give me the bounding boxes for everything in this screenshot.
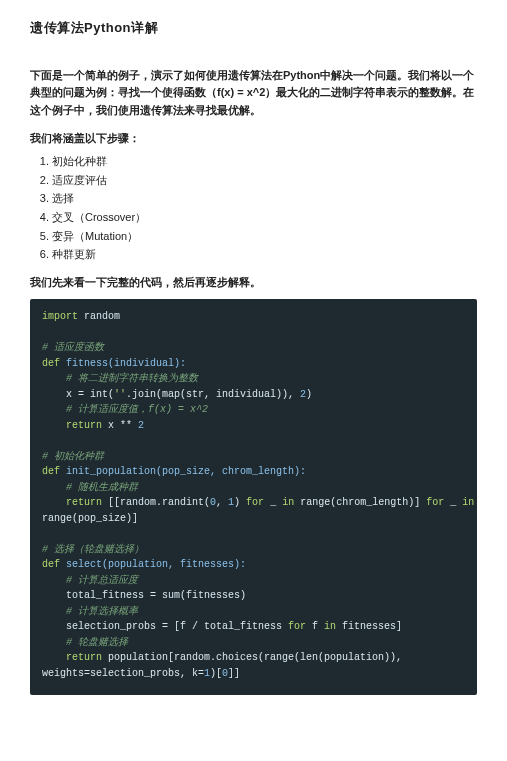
- code-token: ): [306, 389, 312, 400]
- code-token: x = int(: [42, 389, 114, 400]
- steps-lead: 我们将涵盖以下步骤：: [30, 130, 477, 148]
- code-token: 2: [138, 420, 144, 431]
- code-token: ,: [216, 497, 228, 508]
- list-item: 交叉（Crossover）: [52, 209, 477, 227]
- code-token: for: [246, 497, 264, 508]
- code-token: x **: [102, 420, 138, 431]
- code-token: in: [282, 497, 294, 508]
- code-token: _: [264, 497, 282, 508]
- code-token: fitnesses]: [336, 621, 402, 632]
- code-token: .join(map(str, individual)),: [126, 389, 300, 400]
- code-token: for: [288, 621, 306, 632]
- code-comment: # 选择（轮盘赌选择）: [42, 544, 144, 555]
- code-token: def: [42, 559, 60, 570]
- code-token: population[random.choices(range(len(popu…: [102, 652, 402, 663]
- intro-paragraph: 下面是一个简单的例子，演示了如何使用遗传算法在Python中解决一个问题。我们将…: [30, 67, 477, 120]
- code-token: total_fitness = sum(fitnesses): [42, 590, 246, 601]
- code-token: init_population(pop_size, chrom_length):: [60, 466, 306, 477]
- code-token: _: [444, 497, 462, 508]
- code-token: ): [234, 497, 246, 508]
- code-comment: # 将二进制字符串转换为整数: [42, 373, 198, 384]
- precode-paragraph: 我们先来看一下完整的代码，然后再逐步解释。: [30, 274, 477, 292]
- code-token: random: [78, 311, 120, 322]
- code-token: def: [42, 358, 60, 369]
- code-comment: # 计算适应度值，f(x) = x^2: [42, 404, 208, 415]
- code-token: in: [324, 621, 336, 632]
- list-item: 选择: [52, 190, 477, 208]
- code-block: import random # 适应度函数 def fitness(indivi…: [30, 299, 477, 695]
- code-token: return: [42, 420, 102, 431]
- list-item: 种群更新: [52, 246, 477, 264]
- code-token: ]]: [228, 668, 240, 679]
- code-token: [[random.randint(: [102, 497, 210, 508]
- code-token: return: [42, 652, 102, 663]
- code-comment: # 计算选择概率: [42, 606, 138, 617]
- page-title: 遗传算法Python详解: [30, 18, 477, 39]
- list-item: 变异（Mutation）: [52, 228, 477, 246]
- code-token: '': [114, 389, 126, 400]
- code-token: fitness(individual):: [60, 358, 186, 369]
- code-comment: # 初始化种群: [42, 451, 104, 462]
- list-item: 初始化种群: [52, 153, 477, 171]
- steps-list: 初始化种群 适应度评估 选择 交叉（Crossover） 变异（Mutation…: [30, 153, 477, 264]
- code-token: range(pop_size)]: [42, 513, 138, 524]
- code-token: f: [306, 621, 324, 632]
- code-token: range(chrom_length)]: [294, 497, 426, 508]
- code-token: return: [42, 497, 102, 508]
- code-token: import: [42, 311, 78, 322]
- code-token: select(population, fitnesses):: [60, 559, 246, 570]
- code-token: for: [426, 497, 444, 508]
- code-token: in: [462, 497, 474, 508]
- code-comment: # 计算总适应度: [42, 575, 138, 586]
- list-item: 适应度评估: [52, 172, 477, 190]
- code-token: weights=selection_probs, k=: [42, 668, 204, 679]
- code-token: def: [42, 466, 60, 477]
- code-token: )[: [210, 668, 222, 679]
- code-token: selection_probs = [f / total_fitness: [42, 621, 288, 632]
- code-comment: # 随机生成种群: [42, 482, 138, 493]
- code-comment: # 适应度函数: [42, 342, 104, 353]
- code-comment: # 轮盘赌选择: [42, 637, 128, 648]
